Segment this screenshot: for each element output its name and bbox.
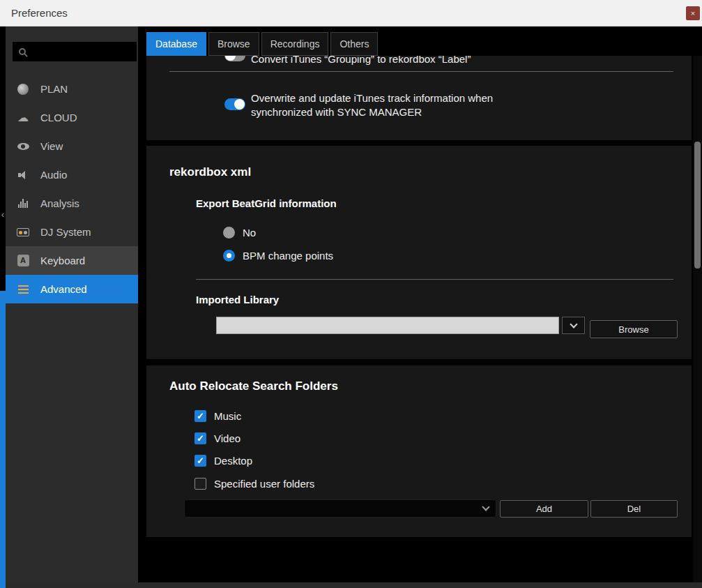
- hamburger-icon: [15, 285, 31, 294]
- sidebar-item-dj-system[interactable]: DJ System: [6, 218, 138, 246]
- divider: [169, 71, 673, 72]
- tab-recordings[interactable]: Recordings: [261, 32, 329, 56]
- checkbox-label: Music: [214, 410, 241, 422]
- sidebar-item-label: Advanced: [40, 283, 87, 295]
- sidebar-item-plan[interactable]: PLAN: [6, 75, 138, 103]
- checkbox-desktop[interactable]: Desktop: [194, 455, 252, 467]
- checkbox-unchecked-icon: [194, 478, 206, 490]
- checkbox-label: Specified user folders: [214, 478, 314, 490]
- beatgrid-heading: Export BeatGrid information: [196, 197, 337, 209]
- chevron-down-icon: [482, 503, 489, 511]
- sidebar-nav: PLAN CLOUD View Audio Analysis DJ System: [6, 75, 138, 303]
- toggle-knob: [234, 99, 245, 110]
- checkbox-specified-user-folders[interactable]: Specified user folders: [194, 478, 314, 490]
- overwrite-itunes-toggle[interactable]: [224, 98, 245, 110]
- rekordbox-xml-section: rekordbox xml Export BeatGrid informatio…: [146, 146, 692, 359]
- titlebar: Preferences ×: [0, 0, 702, 27]
- sidebar-item-cloud[interactable]: CLOUD: [6, 103, 138, 132]
- sidebar-item-label: PLAN: [40, 83, 68, 95]
- close-button[interactable]: ×: [686, 6, 700, 20]
- tab-database[interactable]: Database: [146, 32, 206, 56]
- window-title: Preferences: [11, 7, 68, 19]
- sidebar-item-label: Analysis: [40, 197, 79, 209]
- checkbox-checked-icon: [194, 455, 206, 467]
- section-title: Auto Relocate Search Folders: [169, 379, 338, 393]
- radio-unselected-icon: [223, 227, 235, 239]
- grouping-row-clipped: Convert iTunes “Grouping” to rekordbox “…: [146, 56, 692, 69]
- preferences-window: Preferences × ‹ PLAN CLOUD View Audio: [0, 0, 702, 588]
- browse-button[interactable]: Browse: [590, 320, 678, 338]
- cloud-icon: [15, 111, 31, 124]
- sidebar-item-label: Keyboard: [40, 255, 85, 266]
- imported-library-input[interactable]: [216, 317, 559, 334]
- tab-others[interactable]: Others: [330, 32, 378, 56]
- sidebar-item-label: CLOUD: [40, 112, 77, 123]
- toggle-knob: [225, 56, 236, 61]
- sidebar-item-label: View: [40, 140, 63, 152]
- panel-collapse-chevron-icon[interactable]: ‹: [0, 209, 6, 220]
- key-a-icon: [15, 255, 31, 266]
- radio-option-bpm-change-points[interactable]: BPM change points: [223, 250, 333, 262]
- del-button[interactable]: Del: [590, 500, 678, 518]
- eye-icon: [15, 143, 31, 150]
- speaker-icon: [15, 171, 31, 179]
- sidebar-item-analysis[interactable]: Analysis: [6, 189, 138, 218]
- sidebar-item-label: Audio: [40, 169, 67, 181]
- user-folder-select[interactable]: [184, 499, 496, 518]
- divider: [196, 279, 673, 280]
- search-icon: [19, 48, 26, 55]
- checkbox-checked-icon: [194, 410, 206, 422]
- sidebar: PLAN CLOUD View Audio Analysis DJ System: [6, 27, 138, 582]
- sidebar-item-keyboard[interactable]: Keyboard: [6, 246, 138, 275]
- checkbox-checked-icon: [194, 432, 206, 444]
- sidebar-item-audio[interactable]: Audio: [6, 160, 138, 189]
- overwrite-itunes-label: Overwrite and update iTunes track inform…: [251, 91, 523, 119]
- tab-bar: Database Browse Recordings Others: [146, 32, 378, 56]
- grouping-label: Convert iTunes “Grouping” to rekordbox “…: [251, 56, 471, 65]
- tab-browse[interactable]: Browse: [208, 32, 259, 56]
- radio-label: BPM change points: [243, 250, 333, 262]
- radio-label: No: [243, 227, 256, 239]
- sidebar-item-label: DJ System: [40, 226, 91, 238]
- section-title: rekordbox xml: [169, 165, 251, 179]
- add-button[interactable]: Add: [500, 500, 588, 518]
- bottom-edge-strip: [6, 582, 702, 588]
- waveform-icon: [15, 199, 31, 208]
- dj-player-icon: [15, 228, 31, 236]
- checkbox-music[interactable]: Music: [194, 410, 241, 422]
- left-edge-accent: [0, 291, 6, 588]
- auto-relocate-section: Auto Relocate Search Folders Music Video…: [146, 365, 692, 537]
- scrollbar-thumb[interactable]: [694, 142, 701, 269]
- chevron-down-icon: [570, 320, 577, 328]
- itunes-section: Convert iTunes “Grouping” to rekordbox “…: [146, 56, 692, 140]
- imported-library-dropdown-button[interactable]: [562, 317, 585, 334]
- radio-selected-icon: [223, 250, 235, 262]
- imported-library-heading: Imported Library: [196, 294, 279, 306]
- sidebar-item-advanced[interactable]: Advanced: [6, 275, 138, 303]
- radio-option-no[interactable]: No: [223, 227, 256, 239]
- globe-icon: [15, 84, 31, 95]
- grouping-toggle[interactable]: [224, 56, 245, 61]
- search-input[interactable]: [13, 42, 137, 61]
- checkbox-label: Video: [214, 432, 241, 444]
- checkbox-label: Desktop: [214, 455, 252, 467]
- checkbox-video[interactable]: Video: [194, 432, 241, 444]
- sidebar-item-view[interactable]: View: [6, 132, 138, 160]
- scrollbar-track[interactable]: [693, 56, 702, 582]
